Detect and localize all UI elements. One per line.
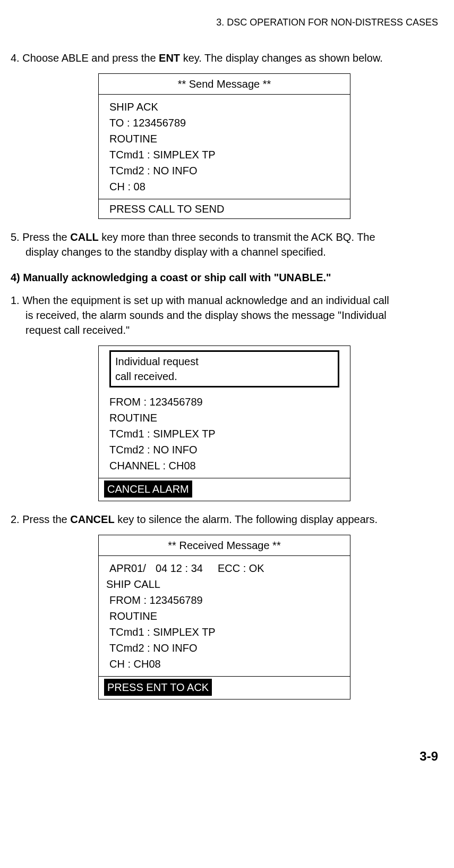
step-2b: 2. Press the CANCEL key to silence the a…	[11, 512, 438, 527]
step-1b-line3: request call received."	[25, 323, 438, 338]
page-number: 3-9	[11, 747, 438, 765]
display1-body: SHIP ACK TO : 123456789 ROUTINE TCmd1 : …	[99, 95, 350, 199]
display-received-message: ** Received Message ** APR01/04 12 : 34E…	[98, 535, 350, 700]
chapter-header: 3. DSC OPERATION FOR NON-DISTRESS CASES	[11, 16, 438, 29]
display3-line: CH : CH08	[109, 656, 339, 672]
display2-line: ROUTINE	[109, 410, 339, 426]
display1-line: TCmd1 : SIMPLEX TP	[109, 147, 339, 163]
display2-line: FROM : 123456789	[109, 394, 339, 410]
display1-footer: PRESS CALL TO SEND	[99, 199, 350, 218]
step-5: 5. Press the CALL key more than three se…	[11, 230, 438, 259]
display3-timestamp: APR01/04 12 : 34ECC : OK	[109, 560, 339, 576]
display2-notice-l1: Individual request	[115, 354, 333, 369]
display3-line: ROUTINE	[109, 608, 339, 624]
step-5-prefix: 5. Press the	[11, 231, 70, 243]
display1-line: TCmd2 : NO INFO	[109, 163, 339, 179]
step-1b: 1. When the equipment is set up with man…	[11, 293, 438, 338]
display3-ts-b: 04 12 : 34	[156, 562, 203, 574]
cancel-alarm-label: CANCEL ALARM	[104, 481, 192, 498]
step-1b-line1: 1. When the equipment is set up with man…	[11, 293, 438, 308]
display3-body: APR01/04 12 : 34ECC : OK SHIP CALL FROM …	[99, 556, 350, 677]
display1-line: CH : 08	[109, 179, 339, 195]
display2-line: TCmd2 : NO INFO	[109, 442, 339, 458]
step-4: 4. Choose ABLE and press the ENT key. Th…	[11, 50, 438, 65]
display-individual-request: Individual request call received. FROM :…	[98, 345, 350, 501]
step-5-suffix1: key more than three seconds to transmit …	[99, 231, 375, 243]
step-4-prefix: 4. Choose ABLE and press the	[11, 52, 159, 64]
display1-line: ROUTINE	[109, 131, 339, 147]
display3-title: ** Received Message **	[99, 535, 350, 556]
display2-notice: Individual request call received.	[109, 350, 339, 387]
display1-title: ** Send Message **	[99, 74, 350, 95]
display1-line: SHIP ACK	[109, 99, 339, 115]
display3-line: TCmd1 : SIMPLEX TP	[109, 624, 339, 640]
display3-footer-wrap: PRESS ENT TO ACK	[99, 677, 350, 699]
display3-line: FROM : 123456789	[109, 592, 339, 608]
step-2b-suffix: key to silence the alarm. The following …	[115, 513, 378, 525]
step-2b-prefix: 2. Press the	[11, 513, 70, 525]
display2-line: CHANNEL : CH08	[109, 458, 339, 474]
display3-line: SHIP CALL	[106, 576, 339, 592]
display3-line: TCmd2 : NO INFO	[109, 640, 339, 656]
step-4-suffix: key. The display changes as shown below.	[180, 52, 383, 64]
step-5-bold: CALL	[70, 231, 98, 243]
display2-notice-l2: call received.	[115, 369, 333, 384]
display3-ts-c: ECC : OK	[218, 562, 264, 574]
display1-line: TO : 123456789	[109, 115, 339, 131]
display2-footer-wrap: CANCEL ALARM	[99, 478, 350, 501]
display-send-message: ** Send Message ** SHIP ACK TO : 1234567…	[98, 73, 350, 219]
press-ent-ack-label: PRESS ENT TO ACK	[104, 679, 212, 696]
step-2b-bold: CANCEL	[70, 513, 114, 525]
step-1b-line2: is received, the alarm sounds and the di…	[25, 308, 438, 323]
display2-body: Individual request call received. FROM :…	[99, 346, 350, 478]
step-4-bold: ENT	[159, 52, 180, 64]
display2-line: TCmd1 : SIMPLEX TP	[109, 426, 339, 442]
section-heading-4: 4) Manually acknowledging a coast or shi…	[11, 270, 438, 285]
display3-ts-a: APR01/	[109, 562, 146, 574]
step-5-line2: display changes to the standby display w…	[25, 245, 438, 259]
